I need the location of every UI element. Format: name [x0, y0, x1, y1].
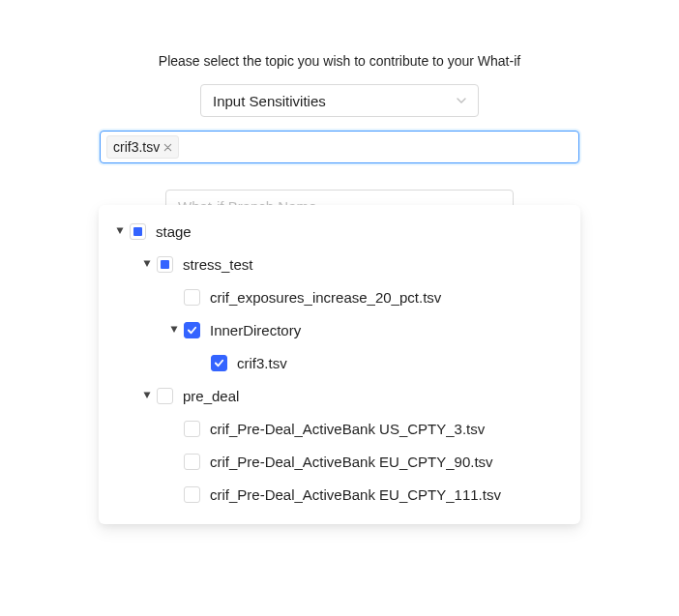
- file-tree-dropdown: stagestress_testcrif_exposures_increase_…: [99, 205, 580, 524]
- tree-node-label[interactable]: InnerDirectory: [210, 322, 301, 338]
- tree-node-label[interactable]: stress_test: [183, 256, 253, 273]
- topic-select-value: Input Sensitivities: [213, 93, 457, 109]
- selected-file-tag[interactable]: crif3.tsv: [106, 135, 179, 159]
- tree-checkbox[interactable]: [184, 289, 200, 306]
- tree-node[interactable]: crif_Pre-Deal_ActiveBank EU_CPTY_111.tsv: [104, 478, 575, 511]
- tree-checkbox[interactable]: [130, 223, 146, 240]
- tree-checkbox[interactable]: [157, 256, 173, 273]
- topic-select[interactable]: Input Sensitivities: [200, 84, 479, 117]
- tree-node-label[interactable]: crif_Pre-Deal_ActiveBank EU_CPTY_90.tsv: [210, 454, 493, 470]
- caret-down-icon[interactable]: [166, 322, 182, 337]
- tree-checkbox[interactable]: [184, 454, 200, 470]
- caret-down-icon[interactable]: [139, 256, 155, 272]
- tree-node[interactable]: stress_test: [104, 248, 575, 280]
- tree-node-label[interactable]: crif_exposures_increase_20_pct.tsv: [210, 289, 441, 306]
- tree-node[interactable]: crif_Pre-Deal_ActiveBank EU_CPTY_90.tsv: [104, 445, 575, 478]
- selected-file-tag-label: crif3.tsv: [113, 139, 160, 155]
- chevron-down-icon: [457, 96, 466, 105]
- tree-checkbox[interactable]: [184, 421, 200, 437]
- tree-checkbox[interactable]: [184, 322, 200, 338]
- file-tag-input[interactable]: crif3.tsv: [100, 131, 579, 163]
- tree-node-label[interactable]: crif_Pre-Deal_ActiveBank US_CPTY_3.tsv: [210, 421, 485, 437]
- tree-node[interactable]: crif_exposures_increase_20_pct.tsv: [104, 280, 575, 313]
- instruction-text: Please select the topic you wish to cont…: [159, 53, 520, 69]
- tree-node-label[interactable]: stage: [156, 223, 192, 240]
- tree-node[interactable]: crif3.tsv: [104, 346, 575, 379]
- tree-node[interactable]: pre_deal: [104, 379, 575, 412]
- tree-node[interactable]: crif_Pre-Deal_ActiveBank US_CPTY_3.tsv: [104, 412, 575, 445]
- caret-down-icon[interactable]: [112, 223, 128, 239]
- caret-down-icon[interactable]: [139, 388, 155, 403]
- tree-node-label[interactable]: crif_Pre-Deal_ActiveBank EU_CPTY_111.tsv: [210, 486, 501, 503]
- tree-node[interactable]: InnerDirectory: [104, 313, 575, 346]
- tree-node[interactable]: stage: [104, 215, 575, 248]
- close-icon[interactable]: [163, 143, 172, 152]
- tree-node-label[interactable]: pre_deal: [183, 388, 239, 404]
- tree-checkbox[interactable]: [211, 355, 227, 371]
- tree-node-label[interactable]: crif3.tsv: [237, 355, 287, 371]
- tree-checkbox[interactable]: [157, 388, 173, 404]
- tree-checkbox[interactable]: [184, 486, 200, 503]
